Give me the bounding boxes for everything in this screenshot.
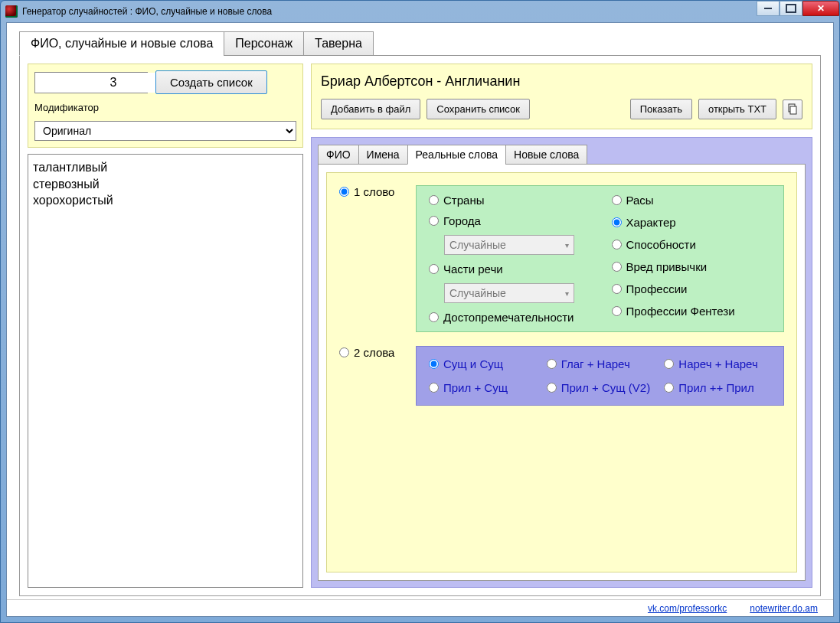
add-to-file-button[interactable]: Добавить в файл: [321, 99, 420, 119]
window-frame: Генератор случайностей : ФИО, случайные …: [0, 0, 840, 623]
radio-character[interactable]: Характер: [612, 216, 772, 229]
window-close-button[interactable]: [802, 1, 839, 16]
radio-abilities[interactable]: Способности: [612, 238, 772, 251]
radio-sights[interactable]: Достопремечательности: [429, 311, 589, 324]
show-button[interactable]: Показать: [630, 99, 692, 119]
main-tabstrip: ФИО, случайные и новые слова Персонаж Та…: [19, 31, 833, 56]
tab-fio-words[interactable]: ФИО, случайные и новые слова: [19, 31, 224, 56]
open-txt-button[interactable]: открыть TXT: [698, 99, 776, 119]
window-minimize-button[interactable]: [757, 1, 780, 16]
tab-tavern[interactable]: Таверна: [303, 31, 374, 56]
link-vk[interactable]: vk.com/professorkc: [648, 603, 727, 614]
radio-noun-noun[interactable]: Сущ и Сущ: [429, 357, 536, 370]
radio-verb-adverb[interactable]: Глаг + Нареч: [547, 357, 654, 370]
save-list-button[interactable]: Сохранить список: [427, 99, 530, 119]
modifier-label: Модификатор: [34, 102, 296, 113]
cities-subselect[interactable]: Случайные: [444, 235, 574, 255]
app-icon: [5, 5, 18, 18]
count-spinner[interactable]: ▲ ▼: [34, 72, 148, 93]
itab-new-words[interactable]: Новые слова: [505, 145, 587, 165]
generated-name-heading: Бриар Албертсон - Англичанин: [321, 73, 802, 90]
radio-countries[interactable]: Страны: [429, 194, 589, 207]
category-panel: ФИО Имена Реальные слова Новые слова 1 с…: [311, 137, 812, 588]
window-title: Генератор случайностей : ФИО, случайные …: [22, 6, 272, 17]
link-notewriter[interactable]: notewriter.do.am: [750, 603, 818, 614]
generator-controls: ▲ ▼ Создать список Модификатор Оригинал: [28, 64, 303, 148]
real-words-options: 1 слово Страны Города Случайные Части ре…: [326, 172, 797, 572]
tab-character[interactable]: Персонаж: [224, 31, 304, 56]
itab-names[interactable]: Имена: [358, 145, 408, 165]
copy-button[interactable]: [783, 99, 802, 119]
copy-icon: [786, 103, 799, 116]
two-words-combos: Сущ и Сущ Глаг + Нареч Нареч + Нареч При…: [416, 346, 784, 406]
svg-rect-1: [790, 106, 796, 114]
radio-adverb-adverb[interactable]: Нареч + Нареч: [664, 357, 771, 370]
radio-cities[interactable]: Города: [429, 214, 589, 227]
client-area: ФИО, случайные и новые слова Персонаж Та…: [6, 22, 834, 617]
window-maximize-button[interactable]: [780, 1, 802, 16]
itab-fio[interactable]: ФИО: [318, 145, 359, 165]
create-list-button[interactable]: Создать список: [155, 70, 267, 94]
radio-professions[interactable]: Профессии: [612, 282, 772, 295]
radio-parts-of-speech[interactable]: Части речи: [429, 263, 589, 276]
radio-races[interactable]: Расы: [612, 194, 772, 207]
modifier-select[interactable]: Оригинал: [34, 121, 296, 141]
one-word-radio[interactable]: 1 слово: [339, 185, 408, 198]
result-textarea[interactable]: талантливый стервозный хорохористый: [28, 154, 303, 588]
radio-bad-habits[interactable]: Вред привычки: [612, 260, 772, 273]
radio-adj-noun[interactable]: Прил + Сущ: [429, 381, 536, 394]
status-bar: vk.com/professorkc notewriter.do.am: [7, 599, 833, 616]
itab-real-words[interactable]: Реальные слова: [407, 145, 506, 165]
titlebar[interactable]: Генератор случайностей : ФИО, случайные …: [1, 1, 839, 22]
left-column: ▲ ▼ Создать список Модификатор Оригинал …: [28, 64, 303, 588]
one-word-categories: Страны Города Случайные Части речи Случа…: [416, 185, 784, 332]
parts-subselect[interactable]: Случайные: [444, 283, 574, 303]
generated-name-panel: Бриар Албертсон - Англичанин Добавить в …: [311, 64, 812, 129]
right-column: Бриар Албертсон - Англичанин Добавить в …: [311, 64, 812, 588]
inner-tab-body: 1 слово Страны Города Случайные Части ре…: [318, 164, 806, 581]
main-tab-body: ▲ ▼ Создать список Модификатор Оригинал …: [19, 55, 821, 596]
radio-adj-noun-v2[interactable]: Прил + Сущ (V2): [547, 381, 654, 394]
radio-adj-adj[interactable]: Прил ++ Прил: [664, 381, 771, 394]
two-words-radio[interactable]: 2 слова: [339, 346, 408, 359]
inner-tabstrip: ФИО Имена Реальные слова Новые слова: [318, 145, 806, 165]
radio-professions-fantasy[interactable]: Профессии Фентези: [612, 305, 772, 318]
